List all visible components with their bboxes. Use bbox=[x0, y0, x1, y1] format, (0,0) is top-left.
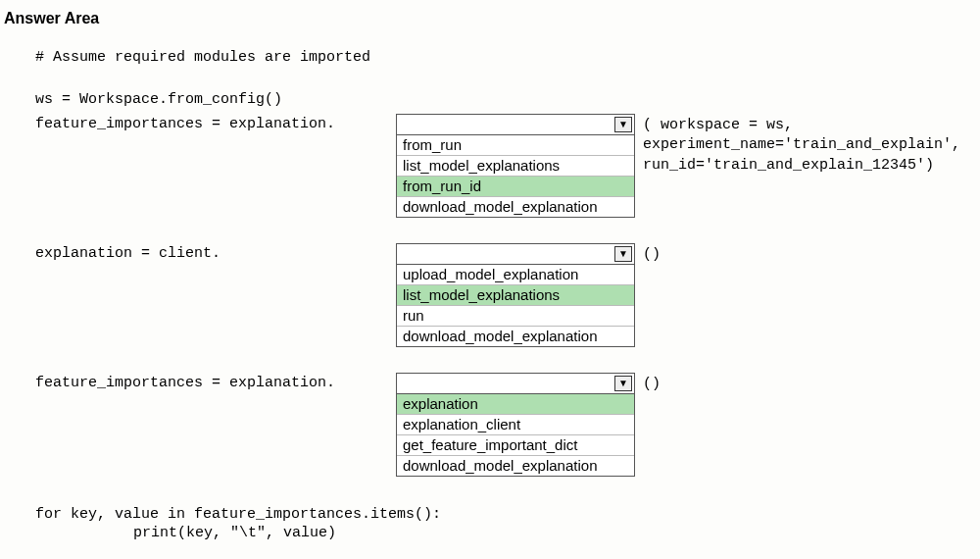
dropdown-3[interactable]: ▼ bbox=[396, 373, 635, 394]
code-footer-1: for key, value in feature_importances.it… bbox=[35, 506, 980, 523]
page-title: Answer Area bbox=[4, 10, 980, 27]
dropdown-row-2: explanation = client. ▼ upload_model_exp… bbox=[35, 243, 980, 347]
chevron-down-icon[interactable]: ▼ bbox=[614, 117, 632, 132]
dropdown-2[interactable]: ▼ bbox=[396, 243, 635, 265]
code-right-2: () bbox=[635, 243, 980, 265]
code-footer-2: print(key, "\t", value) bbox=[133, 525, 980, 541]
code-right-3: () bbox=[635, 373, 980, 394]
dropdown-3-options: explanation explanation_client get_featu… bbox=[396, 394, 635, 477]
dropdown-option[interactable]: upload_model_explanation bbox=[397, 265, 634, 284]
dropdown-option[interactable]: list_model_explanations bbox=[397, 284, 634, 305]
dropdown-option[interactable]: run bbox=[397, 305, 634, 326]
dropdown-1-options: from_run list_model_explanations from_ru… bbox=[396, 135, 635, 218]
code-left-2: explanation = client. bbox=[35, 243, 396, 262]
dropdown-option[interactable]: list_model_explanations bbox=[397, 155, 634, 176]
chevron-down-icon[interactable]: ▼ bbox=[614, 246, 632, 262]
dropdown-option[interactable]: from_run_id bbox=[397, 176, 634, 196]
dropdown-1[interactable]: ▼ bbox=[396, 114, 635, 135]
code-right-1: ( workspace = ws, experiment_name='train… bbox=[635, 114, 980, 176]
dropdown-row-1: feature_importances = explanation. ▼ fro… bbox=[35, 114, 980, 218]
code-ws-line: ws = Workspace.from_config() bbox=[35, 91, 980, 108]
dropdown-option[interactable]: explanation_client bbox=[397, 414, 634, 434]
dropdown-2-options: upload_model_explanation list_model_expl… bbox=[396, 265, 635, 347]
dropdown-row-3: feature_importances = explanation. ▼ exp… bbox=[35, 373, 980, 477]
dropdown-option[interactable]: from_run bbox=[397, 135, 634, 155]
dropdown-option[interactable]: get_feature_important_dict bbox=[397, 434, 634, 455]
dropdown-option[interactable]: download_model_explanation bbox=[397, 326, 634, 346]
code-comment: # Assume required modules are imported bbox=[35, 49, 980, 66]
dropdown-option[interactable]: download_model_explanation bbox=[397, 196, 634, 217]
code-left-3: feature_importances = explanation. bbox=[35, 373, 396, 391]
chevron-down-icon[interactable]: ▼ bbox=[614, 376, 632, 391]
dropdown-option[interactable]: download_model_explanation bbox=[397, 455, 634, 476]
code-left-1: feature_importances = explanation. bbox=[35, 114, 396, 132]
dropdown-option[interactable]: explanation bbox=[397, 394, 634, 414]
